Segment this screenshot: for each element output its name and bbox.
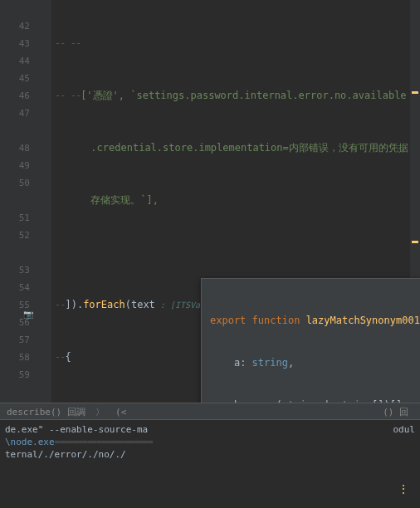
line-number: 46 [0, 87, 30, 105]
breadcrumb-item[interactable]: describe() 回調 [7, 407, 85, 418]
warning-marker[interactable] [412, 241, 418, 243]
code-line[interactable]: -- --['憑證', `settings.password.internal.… [51, 87, 420, 105]
quick-doc-popup[interactable]: export function lazyMatchSynonym001( a: … [201, 278, 420, 403]
line-number: 47 [0, 105, 30, 122]
line-number: 49 [0, 157, 30, 174]
line-number [0, 192, 30, 209]
terminal-line: \node.exe===================== [5, 436, 415, 448]
line-number: 50 [0, 174, 30, 192]
indent-guide: -- -- [55, 37, 81, 49]
signature-line: a: string, [210, 356, 420, 370]
line-number [0, 244, 30, 261]
line-number: 59 [0, 366, 30, 383]
line-number [0, 122, 30, 139]
line-number: 52 [0, 227, 30, 244]
line-number: 58 [0, 349, 30, 366]
token: { [65, 351, 71, 363]
gutter-camera-icon[interactable]: 📷 [23, 310, 33, 319]
line-number: 43 [0, 35, 30, 52]
signature-line: export function lazyMatchSynonym001( [210, 314, 420, 328]
token: ]). [65, 299, 83, 310]
terminal-panel[interactable]: de.exe" --enable-source-maodul \node.exe… [0, 419, 420, 490]
indent-guide: -- [55, 299, 65, 310]
breadcrumb-item[interactable]: () 回 [383, 406, 408, 418]
code-line[interactable]: 存储实现。`], [51, 192, 420, 209]
token-string: ['憑證', `settings.password.internal.error… [81, 90, 406, 101]
code-area[interactable]: -- -- -- --['憑證', `settings.password.int… [51, 0, 420, 403]
code-line[interactable]: .credential.store.implementation=内部错误，没有… [51, 139, 420, 157]
line-number: 44 [0, 52, 30, 70]
token: (text [125, 299, 155, 310]
code-editor[interactable]: 42 43 44 45 46 47 48 49 50 51 52 53 54 5… [0, 0, 420, 403]
warning-marker[interactable] [412, 91, 418, 94]
indent-guide: -- -- [55, 90, 81, 101]
line-number: 51 [0, 209, 30, 227]
token-string: 存储实现。`], [90, 194, 159, 206]
token-method: forEach [83, 299, 125, 310]
breadcrumb-separator: 〉 [95, 407, 105, 418]
terminal-line: ternal/./error/./no/./ [5, 448, 415, 461]
more-icon[interactable]: ⋮ [398, 482, 408, 496]
breadcrumb-bar[interactable]: describe() 回調 〉 (< () 回 [0, 403, 420, 419]
line-number: 57 [0, 331, 30, 349]
token-string: .credential.store.implementation=内部错误，没有… [90, 142, 408, 154]
line-number [0, 0, 30, 17]
fold-column[interactable] [40, 0, 51, 403]
signature-line: b_arr: (string | string[])[], [210, 398, 420, 403]
line-number: 45 [0, 70, 30, 87]
line-number: 48 [0, 139, 30, 157]
line-gutter: 42 43 44 45 46 47 48 49 50 51 52 53 54 5… [0, 0, 40, 403]
line-number: 54 [0, 279, 30, 296]
terminal-line: de.exe" --enable-source-maodul [5, 423, 415, 436]
code-line[interactable] [51, 244, 420, 261]
indent-guide: -- [55, 351, 65, 363]
code-line[interactable]: -- -- [51, 35, 420, 52]
line-number: 53 [0, 261, 30, 279]
line-number: 42 [0, 17, 30, 35]
breadcrumb-item[interactable]: (< [115, 407, 126, 418]
